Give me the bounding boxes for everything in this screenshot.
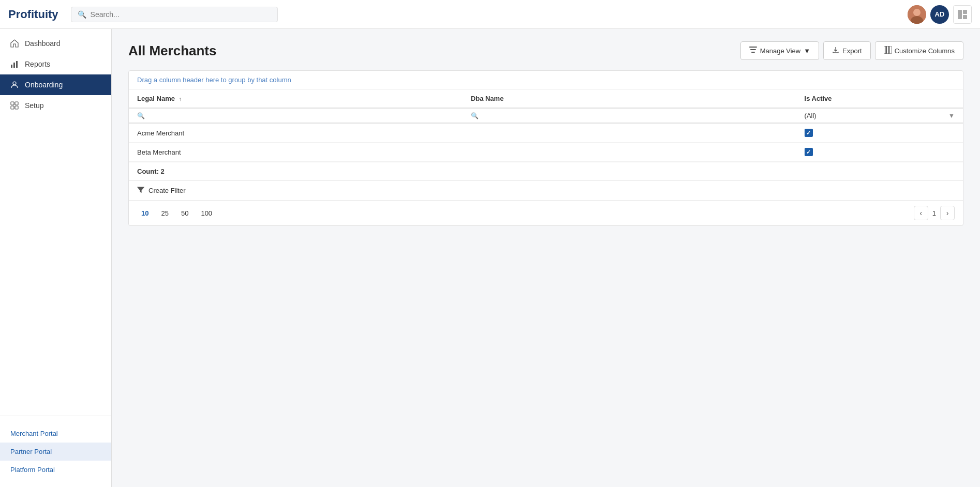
active-checkbox[interactable] (805, 148, 813, 156)
pagination-row: 10 25 50 100 ‹ 1 › (129, 201, 963, 225)
dba-name-label: Dba Name (471, 95, 504, 102)
sidebar-item-setup[interactable]: Setup (0, 95, 111, 116)
cell-legal-name: Acme Merchant (129, 123, 463, 143)
export-icon (832, 47, 839, 55)
legal-name-label: Legal Name (137, 95, 175, 102)
export-button[interactable]: Export (823, 41, 871, 60)
sidebar-label-reports: Reports (25, 60, 50, 68)
active-checkbox[interactable] (805, 129, 813, 137)
search-bar[interactable]: 🔍 (71, 7, 278, 22)
app-logo: Profituity (8, 8, 58, 21)
sidebar-bottom: Merchant Portal Partner Portal Platform … (0, 416, 111, 487)
svg-rect-3 (958, 10, 962, 19)
svg-rect-19 (889, 46, 892, 54)
filter-dba-name[interactable]: 🔍 (463, 108, 796, 123)
svg-rect-5 (963, 15, 967, 19)
svg-point-9 (13, 82, 16, 85)
svg-rect-7 (13, 63, 15, 68)
bar-chart-icon (10, 60, 19, 68)
svg-rect-17 (884, 46, 886, 54)
manage-view-button[interactable]: Manage View ▼ (740, 41, 819, 60)
avatar-photo[interactable] (908, 5, 926, 24)
customize-columns-icon (884, 46, 892, 55)
user-icon (10, 81, 19, 89)
page-size-10[interactable]: 10 (137, 208, 153, 219)
table-row[interactable]: Beta Merchant (129, 143, 963, 162)
body-layout: Dashboard Reports (0, 29, 980, 487)
sidebar-label-dashboard: Dashboard (25, 39, 61, 48)
filter-search-icon-dba: 🔍 (471, 112, 479, 119)
sidebar-bottom-platform-portal[interactable]: Platform Portal (0, 461, 111, 479)
filter-is-active[interactable]: (All) ▼ (796, 108, 963, 123)
page-controls: ‹ 1 › (914, 206, 955, 220)
col-header-legal-name[interactable]: Legal Name ↑ (129, 89, 463, 108)
avatar-initials[interactable]: AD (930, 5, 949, 24)
filter-input-legal-name[interactable] (147, 112, 454, 119)
table-container: Drag a column header here to group by th… (128, 70, 963, 226)
filter-input-dba-name[interactable] (481, 112, 788, 119)
svg-rect-15 (750, 49, 756, 50)
page-title: All Merchants (128, 43, 217, 59)
svg-rect-18 (886, 46, 888, 54)
sidebar-nav: Dashboard Reports (0, 29, 111, 416)
table-header-row: Legal Name ↑ Dba Name Is Active (129, 89, 963, 108)
panel-toggle-icon[interactable] (953, 5, 972, 24)
export-label: Export (842, 47, 862, 55)
table-row[interactable]: Acme Merchant (129, 123, 963, 143)
filter-funnel-icon (137, 186, 144, 195)
cell-is-active (796, 143, 963, 162)
is-active-label: Is Active (805, 95, 832, 102)
header-right: AD (908, 5, 972, 24)
sidebar-item-dashboard[interactable]: Dashboard (0, 33, 111, 54)
page-size-100[interactable]: 100 (197, 208, 216, 219)
sidebar-item-onboarding[interactable]: Onboarding (0, 74, 111, 95)
customize-columns-button[interactable]: Customize Columns (875, 41, 963, 60)
svg-rect-10 (11, 102, 14, 105)
col-header-dba-name[interactable]: Dba Name (463, 89, 796, 108)
merchants-table: Legal Name ↑ Dba Name Is Active (129, 89, 963, 162)
svg-rect-11 (15, 102, 18, 105)
filter-caret-icon: ▼ (948, 112, 955, 119)
sidebar-label-onboarding: Onboarding (25, 81, 63, 89)
manage-view-label: Manage View (760, 47, 801, 55)
page-size-50[interactable]: 50 (177, 208, 192, 219)
filter-bar: Create Filter (129, 181, 963, 201)
svg-rect-12 (11, 106, 14, 109)
cell-dba-name (463, 123, 796, 143)
next-page-button[interactable]: › (940, 206, 955, 220)
svg-rect-6 (11, 65, 12, 68)
filter-search-icon-legal: 🔍 (137, 112, 145, 119)
sidebar-label-setup: Setup (25, 101, 44, 110)
current-page: 1 (932, 209, 936, 217)
manage-view-caret: ▼ (804, 47, 810, 55)
filter-legal-name[interactable]: 🔍 (129, 108, 463, 123)
customize-columns-label: Customize Columns (895, 47, 955, 55)
count-row: Count: 2 (129, 162, 963, 181)
grid-icon (10, 101, 19, 110)
cell-is-active (796, 123, 963, 143)
main-content: All Merchants Manage View ▼ (112, 29, 980, 487)
top-header: Profituity 🔍 AD (0, 0, 980, 29)
sidebar-bottom-partner-portal[interactable]: Partner Portal (0, 443, 111, 461)
create-filter-label[interactable]: Create Filter (149, 187, 186, 194)
sidebar: Dashboard Reports (0, 29, 112, 487)
page-size-25[interactable]: 25 (157, 208, 172, 219)
col-header-is-active[interactable]: Is Active (796, 89, 963, 108)
search-icon: 🔍 (78, 10, 86, 19)
sort-asc-icon: ↑ (179, 96, 182, 102)
svg-rect-4 (963, 10, 967, 14)
page-sizes: 10 25 50 100 (137, 208, 216, 219)
svg-rect-14 (749, 47, 757, 48)
sidebar-item-reports[interactable]: Reports (0, 54, 111, 74)
prev-page-button[interactable]: ‹ (914, 206, 928, 220)
sidebar-bottom-merchant-portal[interactable]: Merchant Portal (0, 424, 111, 443)
filter-all-label: (All) (805, 112, 816, 119)
cell-dba-name (463, 143, 796, 162)
svg-point-1 (913, 9, 920, 16)
drag-hint: Drag a column header here to group by th… (129, 71, 963, 89)
toolbar-buttons: Manage View ▼ Export (740, 41, 963, 60)
search-input[interactable] (91, 10, 271, 19)
svg-rect-16 (751, 52, 755, 53)
svg-rect-13 (15, 106, 18, 109)
table-filter-row: 🔍 🔍 (All) (129, 108, 963, 123)
